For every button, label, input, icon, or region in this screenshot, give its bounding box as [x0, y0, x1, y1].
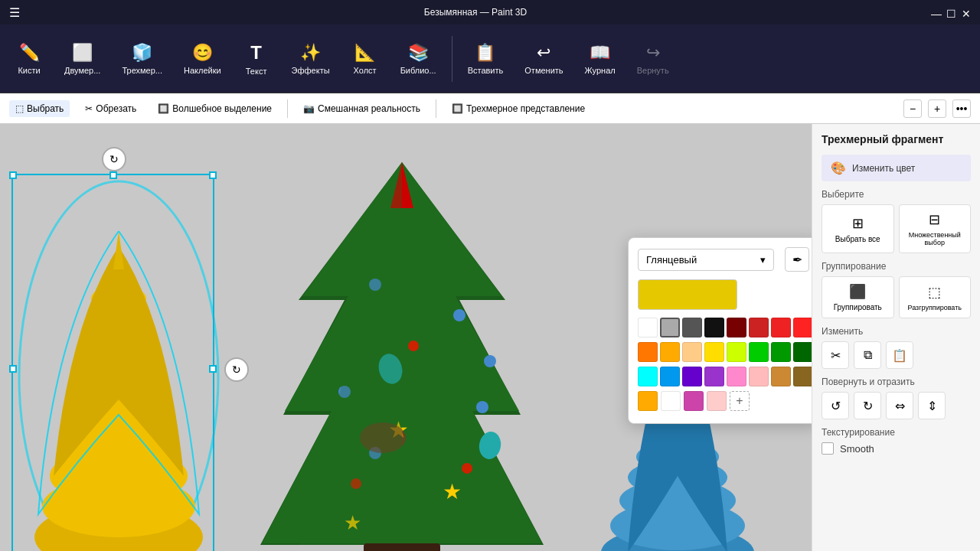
subbar-3d-view[interactable]: 🔲 Трехмерное представление	[446, 100, 591, 117]
handle-tm[interactable]	[109, 171, 117, 179]
add-color-button[interactable]: +	[730, 391, 750, 411]
rotate-right-button[interactable]: ↻	[854, 392, 881, 419]
color-black[interactable]	[704, 318, 724, 337]
subbar-crop[interactable]: ✂ Обрезать	[79, 100, 142, 117]
stickers-label: Наклейки	[184, 66, 221, 75]
selected-color-swatch[interactable]	[638, 279, 737, 310]
toolbar-undo[interactable]: ↩ Отменить	[515, 38, 572, 80]
handle-ml[interactable]	[9, 365, 17, 373]
zoom-plus-button[interactable]: +	[928, 99, 946, 118]
color-peach[interactable]	[682, 342, 702, 362]
eyedropper-button[interactable]: ✒	[785, 247, 809, 272]
group-section-label: Группирование	[822, 261, 971, 272]
color-yellow-green[interactable]	[727, 342, 746, 362]
tree-main-svg[interactable]: ★ ★ ★	[222, 147, 582, 551]
minimize-button[interactable]: —	[931, 8, 940, 17]
subbar-select[interactable]: ⬚ Выбрать	[9, 100, 70, 117]
cut-button[interactable]: ✂	[822, 341, 849, 369]
ungroup-button[interactable]: ⬚ Разгруппировать	[899, 276, 972, 318]
color-bright-green[interactable]	[749, 342, 769, 362]
color-red[interactable]	[749, 318, 769, 337]
copy-icon: ⧉	[864, 348, 872, 362]
app-menu-icon[interactable]: ☰	[9, 5, 20, 20]
toolbar-effects[interactable]: ✨ Эффекты	[283, 38, 339, 80]
color-dark-red[interactable]	[727, 318, 746, 337]
toolbar-stickers[interactable]: 😊 Наклейки	[175, 38, 230, 80]
toolbar-brushes[interactable]: ✏️ Кисти	[6, 38, 52, 80]
palette-icon: 🎨	[831, 161, 846, 175]
flip-vertical-icon: ⇕	[927, 399, 937, 413]
recent-color-amber[interactable]	[638, 391, 658, 411]
multiple-select-button[interactable]: ⊟ Множественный выбор	[899, 204, 972, 253]
color-bright-red2[interactable]	[793, 318, 812, 337]
toolbar-3d[interactable]: 🧊 Трехмер...	[113, 38, 172, 80]
color-dark-brown[interactable]	[793, 367, 812, 386]
zoom-minus-button[interactable]: −	[903, 99, 922, 118]
change-color-label: Изменить цвет	[852, 163, 915, 174]
toolbar-insert[interactable]: 📋 Вставить	[459, 38, 513, 80]
color-green[interactable]	[771, 342, 791, 362]
multiple-select-label: Множественный выбор	[906, 231, 965, 246]
maximize-button[interactable]: ☐	[946, 8, 956, 17]
color-dark-green[interactable]	[793, 342, 812, 362]
select-all-button[interactable]: ⊞ Выбрать все	[822, 204, 894, 253]
handle-tr[interactable]	[209, 171, 217, 179]
color-amber[interactable]	[660, 342, 680, 362]
color-gray-dark[interactable]	[682, 318, 702, 337]
color-gray-light[interactable]	[660, 318, 680, 337]
color-grid-2	[638, 342, 809, 362]
close-button[interactable]: ✕	[962, 8, 971, 17]
flip-vertical-button[interactable]: ⇕	[918, 392, 946, 419]
color-purple[interactable]	[682, 367, 702, 386]
subbar-mixed-reality[interactable]: 📷 Смешанная реальность	[297, 100, 426, 117]
handle-tl[interactable]	[9, 171, 17, 179]
color-violet[interactable]	[704, 367, 724, 386]
toolbar-journal[interactable]: 📖 Журнал	[576, 38, 625, 80]
svg-point-20	[484, 355, 496, 367]
copy-button[interactable]: ⧉	[854, 341, 881, 369]
3d-view-label: Трехмерное представление	[466, 103, 585, 114]
flip-horizontal-button[interactable]: ⇔	[886, 392, 913, 419]
rotate-buttons: ↺ ↻ ⇔ ⇕	[822, 392, 971, 419]
toolbar-library[interactable]: 📚 Библио...	[391, 38, 446, 80]
toolbar-redo[interactable]: ↪ Вернуть	[628, 38, 678, 80]
change-color-button[interactable]: 🎨 Изменить цвет	[822, 155, 971, 181]
chevron-down-icon: ▾	[760, 254, 766, 266]
group-button[interactable]: ⬛ Группировать	[822, 276, 894, 318]
svg-rect-31	[364, 543, 440, 551]
color-yellow[interactable]	[704, 342, 724, 362]
color-light-pink[interactable]	[749, 367, 769, 386]
handle-mr[interactable]	[209, 365, 217, 373]
canvas-icon: 📐	[354, 43, 375, 63]
recent-color-light-pink[interactable]	[707, 391, 727, 411]
toolbar-canvas[interactable]: 📐 Холст	[342, 38, 388, 80]
toolbar-text[interactable]: T Текст	[234, 37, 279, 80]
color-bright-red[interactable]	[771, 318, 791, 337]
paste-button[interactable]: 📋	[886, 341, 913, 369]
group-icon: ⬛	[849, 283, 866, 300]
texture-section-label: Текстурирование	[822, 427, 971, 438]
subbar-magic-select[interactable]: 🔲 Волшебное выделение	[152, 100, 278, 117]
change-section-label: Изменить	[822, 326, 971, 337]
finish-dropdown[interactable]: Глянцевый ▾	[638, 249, 774, 271]
color-cyan[interactable]	[638, 367, 658, 386]
recent-color-white[interactable]	[661, 391, 681, 411]
color-pink[interactable]	[727, 367, 746, 386]
rotate-left-button[interactable]: ↺	[822, 392, 849, 419]
svg-marker-30	[299, 162, 402, 545]
zoom-more-button[interactable]: •••	[952, 99, 971, 118]
color-orange[interactable]	[638, 342, 658, 362]
smooth-checkbox[interactable]	[822, 442, 834, 455]
3d-icon: 🧊	[132, 43, 152, 63]
color-sky-blue[interactable]	[660, 367, 680, 386]
toolbar-2d[interactable]: ⬜ Двумер...	[55, 38, 109, 80]
svg-point-21	[408, 341, 419, 351]
multiple-select-icon: ⊟	[929, 211, 940, 228]
window-title: Безымянная — Paint 3D	[20, 7, 931, 18]
color-white[interactable]	[638, 318, 658, 337]
recent-color-pink[interactable]	[684, 391, 704, 411]
canvas-area[interactable]: ↻ ↻ ↻	[0, 124, 812, 551]
rotation-handle-top[interactable]: ↻	[102, 147, 126, 171]
color-brown[interactable]	[771, 367, 791, 386]
2d-label: Двумер...	[64, 66, 100, 75]
